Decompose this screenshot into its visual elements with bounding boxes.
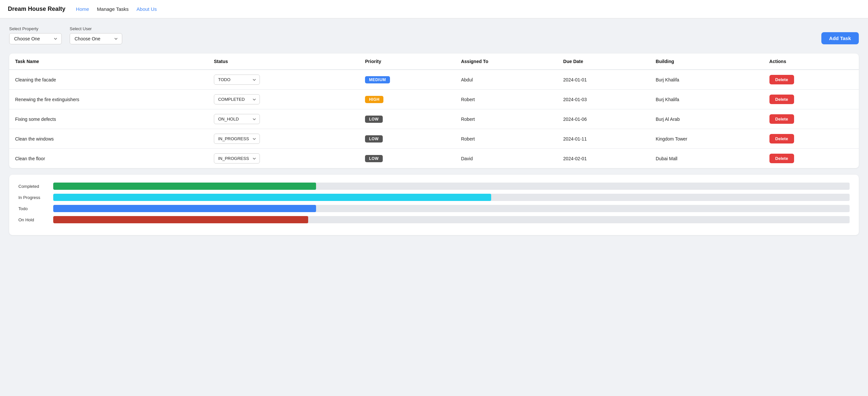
nav-links: Home Manage Tasks About Us [76,6,157,12]
due-date-cell: 2024-01-03 [557,90,650,109]
due-date-cell: 2024-02-01 [557,149,650,168]
status-cell: TODOIN_PROGRESSON_HOLDCOMPLETED [208,70,359,90]
status-select[interactable]: TODOIN_PROGRESSON_HOLDCOMPLETED [214,134,260,144]
priority-cell: HIGH [359,90,455,109]
chart-row: Todo [19,205,849,212]
chart-bar [53,216,308,223]
assigned-to-cell: Abdul [455,70,557,90]
priority-cell: MEDIUM [359,70,455,90]
col-assigned-to: Assigned To [455,54,557,70]
col-task-name: Task Name [9,54,208,70]
user-label: Select User [70,26,122,31]
chart-bar-background [53,205,849,212]
chart-label: In Progress [19,195,48,200]
status-cell: TODOIN_PROGRESSON_HOLDCOMPLETED [208,109,359,129]
actions-cell: Delete [764,149,859,168]
due-date-cell: 2024-01-06 [557,109,650,129]
chart-label: Todo [19,206,48,211]
priority-badge: MEDIUM [365,76,390,84]
tasks-table-container: Task Name Status Priority Assigned To Du… [9,54,859,168]
col-due-date: Due Date [557,54,650,70]
actions-cell: Delete [764,70,859,90]
user-select[interactable]: Choose One [70,33,122,44]
chart-row: In Progress [19,194,849,201]
delete-button[interactable]: Delete [769,75,794,85]
status-cell: TODOIN_PROGRESSON_HOLDCOMPLETED [208,90,359,109]
due-date-cell: 2024-01-01 [557,70,650,90]
chart-row: On Hold [19,216,849,223]
chart-bar [53,205,316,212]
chart-section: CompletedIn ProgressTodoOn Hold [9,175,859,235]
delete-button[interactable]: Delete [769,134,794,143]
chart-bar-background [53,183,849,190]
status-cell: TODOIN_PROGRESSON_HOLDCOMPLETED [208,129,359,149]
nav-about-us[interactable]: About Us [137,6,157,12]
property-filter-group: Select Property Choose One [9,26,62,44]
actions-cell: Delete [764,109,859,129]
add-task-button[interactable]: Add Task [822,32,859,44]
due-date-cell: 2024-01-11 [557,129,650,149]
building-cell: Dubai Mall [650,149,764,168]
chart-bar [53,194,491,201]
status-cell: TODOIN_PROGRESSON_HOLDCOMPLETED [208,149,359,168]
assigned-to-cell: Robert [455,90,557,109]
chart-bar-background [53,216,849,223]
priority-badge: HIGH [365,96,383,103]
chart-row: Completed [19,183,849,190]
priority-badge: LOW [365,155,383,162]
table-row: Cleaning the facadeTODOIN_PROGRESSON_HOL… [9,70,859,90]
task-name-cell: Clean the floor [9,149,208,168]
priority-badge: LOW [365,116,383,123]
building-cell: Burj Khalifa [650,70,764,90]
delete-button[interactable]: Delete [769,154,794,163]
col-building: Building [650,54,764,70]
priority-cell: LOW [359,129,455,149]
building-cell: Kingdom Tower [650,129,764,149]
task-name-cell: Clean the windows [9,129,208,149]
property-label: Select Property [9,26,62,31]
table-row: Clean the windowsTODOIN_PROGRESSON_HOLDC… [9,129,859,149]
priority-cell: LOW [359,109,455,129]
col-status: Status [208,54,359,70]
chart-bar [53,183,316,190]
status-select[interactable]: TODOIN_PROGRESSON_HOLDCOMPLETED [214,74,260,85]
assigned-to-cell: Robert [455,109,557,129]
building-cell: Burj Khalifa [650,90,764,109]
col-actions: Actions [764,54,859,70]
brand-logo: Dream House Realty [8,6,65,12]
building-cell: Burj Al Arab [650,109,764,129]
navbar: Dream House Realty Home Manage Tasks Abo… [0,0,868,19]
priority-cell: LOW [359,149,455,168]
nav-manage-tasks[interactable]: Manage Tasks [97,6,128,12]
table-row: Clean the floorTODOIN_PROGRESSON_HOLDCOM… [9,149,859,168]
table-header-row: Task Name Status Priority Assigned To Du… [9,54,859,70]
chart-label: Completed [19,184,48,189]
table-row: Renewing the fire extinguishersTODOIN_PR… [9,90,859,109]
filters-row: Select Property Choose One Select User C… [9,26,859,44]
status-select[interactable]: TODOIN_PROGRESSON_HOLDCOMPLETED [214,114,260,124]
nav-home[interactable]: Home [76,6,89,12]
task-name-cell: Fixing some defects [9,109,208,129]
status-select[interactable]: TODOIN_PROGRESSON_HOLDCOMPLETED [214,94,260,104]
user-filter-group: Select User Choose One [70,26,122,44]
task-name-cell: Renewing the fire extinguishers [9,90,208,109]
status-select[interactable]: TODOIN_PROGRESSON_HOLDCOMPLETED [214,153,260,164]
priority-badge: LOW [365,135,383,142]
chart-bar-background [53,194,849,201]
delete-button[interactable]: Delete [769,95,794,104]
table-row: Fixing some defectsTODOIN_PROGRESSON_HOL… [9,109,859,129]
property-select[interactable]: Choose One [9,33,62,44]
chart-label: On Hold [19,218,48,222]
actions-cell: Delete [764,129,859,149]
delete-button[interactable]: Delete [769,114,794,124]
main-content: Select Property Choose One Select User C… [0,19,868,396]
tasks-table: Task Name Status Priority Assigned To Du… [9,54,859,168]
actions-cell: Delete [764,90,859,109]
task-name-cell: Cleaning the facade [9,70,208,90]
col-priority: Priority [359,54,455,70]
assigned-to-cell: David [455,149,557,168]
assigned-to-cell: Robert [455,129,557,149]
